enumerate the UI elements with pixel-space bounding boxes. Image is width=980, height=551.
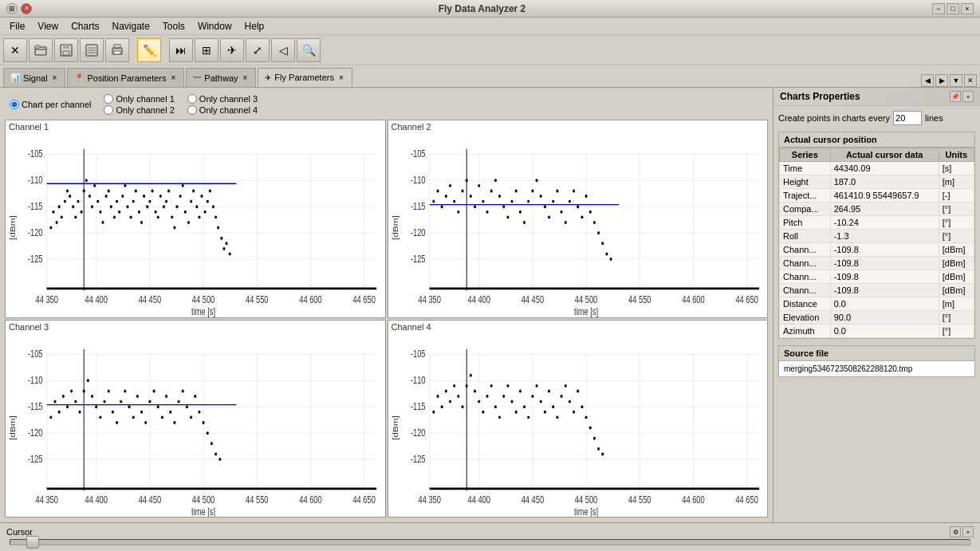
svg-point-173 (577, 205, 579, 208)
svg-point-171 (568, 200, 570, 203)
toolbar-zoom-btn[interactable]: 🔍 (297, 38, 321, 62)
cursor-close-btn[interactable]: × (962, 526, 974, 537)
svg-point-99 (207, 200, 209, 203)
svg-point-95 (195, 205, 198, 208)
only-ch3-option[interactable]: Only channel 3 (187, 94, 258, 104)
svg-point-176 (588, 211, 591, 214)
only-ch1-radio[interactable] (104, 94, 113, 104)
menu-view[interactable]: View (31, 19, 65, 33)
chart-3-content[interactable]: -105 -110 -115 -120 -125 [dBm] 44 350 44… (6, 333, 385, 518)
chart-channel-1[interactable]: Channel 1 (5, 120, 386, 318)
menu-file[interactable]: File (3, 19, 31, 33)
svg-point-74 (138, 211, 140, 214)
svg-point-51 (74, 215, 77, 218)
tab-bar: 📊 Signal × 📍 Position Parameters × 〰 Pat… (0, 65, 980, 88)
chart-channel-3[interactable]: Channel 3 (5, 320, 386, 518)
svg-point-148 (473, 205, 475, 208)
only-ch4-option[interactable]: Only channel 4 (187, 105, 258, 115)
toolbar-export-btn[interactable] (80, 38, 104, 62)
scatter-dots-ch2 (432, 179, 612, 261)
menu-navigate[interactable]: Navigate (105, 19, 155, 33)
only-ch2-option[interactable]: Only channel 2 (104, 105, 174, 115)
only-ch4-radio[interactable] (187, 105, 197, 115)
chart-channel-2[interactable]: Channel 2 (388, 120, 769, 318)
panel-pin-btn[interactable]: 📌 (950, 91, 961, 102)
tab-signal-close[interactable]: × (51, 73, 59, 82)
panel-close-btn[interactable]: × (962, 91, 974, 102)
menu-window[interactable]: Window (191, 19, 238, 33)
window-menu-icon[interactable]: ⊞ (6, 3, 18, 14)
toolbar-open-btn[interactable] (29, 38, 53, 62)
chart-1-content[interactable]: -105 -110 -115 -120 -125 [dBm] 44 350 44… (6, 133, 385, 317)
chart-per-channel-radio[interactable] (10, 100, 19, 109)
only-ch3-radio[interactable] (187, 94, 197, 104)
svg-point-287 (448, 399, 451, 403)
svg-point-232 (132, 415, 135, 419)
menu-help[interactable]: Help (238, 19, 271, 33)
close-button[interactable]: × (961, 3, 974, 14)
row-data: 264.95 (830, 203, 939, 216)
svg-point-230 (124, 389, 126, 392)
row-series: Compa... (780, 203, 831, 216)
create-points-input[interactable] (893, 111, 922, 125)
minimize-button[interactable]: − (932, 3, 945, 14)
svg-text:-120: -120 (28, 427, 43, 437)
svg-point-307 (531, 395, 533, 398)
create-points-unit: lines (925, 113, 943, 123)
cursor-slider-thumb[interactable] (26, 536, 39, 549)
toolbar-print-btn[interactable] (105, 38, 129, 62)
tab-prev-btn[interactable]: ◀ (921, 74, 934, 87)
svg-text:44 550: 44 550 (628, 294, 651, 305)
svg-point-90 (182, 184, 184, 187)
only-ch2-radio[interactable] (104, 105, 113, 115)
row-series: Chann... (780, 270, 831, 284)
tab-next-btn[interactable]: ▶ (935, 74, 948, 87)
row-data: 0.0 (830, 325, 939, 338)
close-icon[interactable]: ✕ (21, 3, 32, 14)
restore-button[interactable]: □ (947, 3, 959, 14)
tab-close-all-btn[interactable]: ✕ (964, 74, 977, 87)
toolbar-skip-btn[interactable]: ⏭ (169, 38, 193, 62)
tab-pathway-label: Pathway (204, 73, 238, 83)
chart-per-channel-option[interactable]: Chart per channel (10, 100, 91, 109)
tab-position-close[interactable]: × (169, 73, 177, 82)
tab-list-btn[interactable]: ▼ (950, 74, 962, 87)
chart-2-svg: -105 -110 -115 -120 -125 [dBm] 44 350 44… (388, 133, 768, 317)
svg-point-248 (198, 410, 200, 413)
toolbar-new-btn[interactable]: ✕ (3, 38, 27, 62)
cursor-slider-track[interactable] (10, 539, 970, 545)
tab-fly-close[interactable]: × (337, 73, 345, 82)
tab-signal[interactable]: 📊 Signal × (3, 68, 65, 87)
svg-point-313 (556, 415, 558, 419)
toolbar-expand-btn[interactable]: ⤢ (246, 38, 270, 62)
svg-point-178 (597, 231, 600, 234)
tab-fly-params[interactable]: ✈ Fly Parameters × (258, 68, 352, 87)
svg-point-97 (200, 195, 203, 198)
chart-4-content[interactable]: -105 -110 -115 -120 -125 [dBm] 44 350 44… (388, 333, 768, 518)
svg-text:44 550: 44 550 (246, 494, 268, 505)
svg-text:time [s]: time [s] (574, 506, 598, 516)
svg-text:-115: -115 (28, 401, 43, 411)
tab-pathway-close[interactable]: × (242, 73, 250, 82)
svg-point-76 (143, 195, 145, 198)
chart-channel-4[interactable]: Channel 4 (388, 320, 769, 518)
toolbar-edit-btn[interactable]: ✏️ (137, 38, 161, 62)
svg-point-324 (601, 452, 604, 455)
svg-point-285 (440, 405, 443, 408)
chart-2-content[interactable]: -105 -110 -115 -120 -125 [dBm] 44 350 44… (388, 133, 768, 317)
tab-position-params[interactable]: 📍 Position Parameters × (67, 68, 184, 87)
toolbar-fly-btn[interactable]: ✈ (220, 38, 244, 62)
menu-charts[interactable]: Charts (65, 19, 105, 33)
svg-point-105 (222, 247, 225, 250)
tab-pathway[interactable]: 〰 Pathway × (186, 68, 256, 87)
only-ch1-option[interactable]: Only channel 1 (104, 94, 174, 104)
toolbar-back-btn[interactable]: ◁ (271, 38, 295, 62)
menu-tools[interactable]: Tools (156, 19, 191, 33)
cursor-filter-btn[interactable]: ⚙ (950, 526, 961, 537)
toolbar-save-btn[interactable] (54, 38, 78, 62)
toolbar-grid-btn[interactable]: ⊞ (195, 38, 218, 62)
svg-point-310 (543, 410, 545, 413)
svg-point-214 (58, 410, 61, 413)
svg-point-45 (58, 205, 61, 208)
svg-point-300 (502, 395, 505, 398)
